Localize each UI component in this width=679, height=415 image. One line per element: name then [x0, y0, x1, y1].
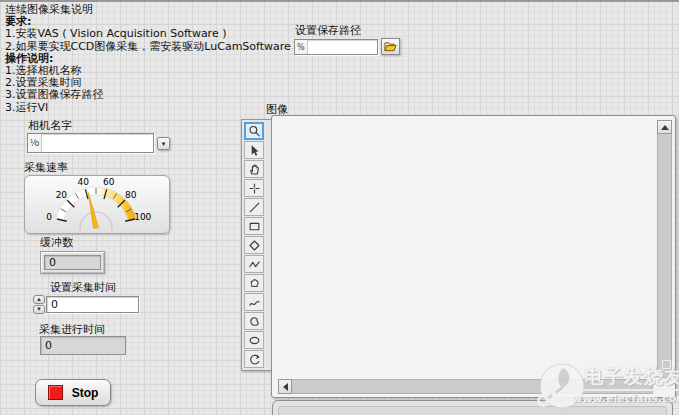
zoom-tool[interactable]	[244, 122, 264, 140]
curve-icon	[247, 295, 262, 310]
crosshair-icon	[247, 181, 262, 196]
window-top-border	[0, 0, 679, 2]
pan-tool[interactable]	[244, 160, 264, 178]
elapsed-time-value: 0	[41, 339, 52, 352]
polyline-icon	[247, 257, 262, 272]
camera-name-input[interactable]: ⅟o	[27, 133, 154, 153]
browse-folder-button[interactable]	[381, 38, 400, 55]
instruction-line: 3.运行VI	[5, 102, 291, 114]
image-tool-palette	[241, 119, 273, 371]
point-tool[interactable]	[244, 179, 264, 197]
acquisition-rate-gauge: 020406080100	[24, 175, 170, 234]
svg-text:100: 100	[134, 212, 151, 222]
path-type-icon: %	[295, 40, 308, 54]
elapsed-time-label: 采集进行时间	[39, 324, 105, 336]
vertical-scrollbar[interactable]	[657, 120, 672, 378]
acquisition-time-input[interactable]: 0	[46, 296, 139, 313]
selection-tool[interactable]	[244, 141, 264, 159]
acquisition-time-label: 设置采集时间	[50, 282, 116, 294]
svg-text:20: 20	[56, 190, 68, 200]
polygon-tool[interactable]	[244, 274, 264, 292]
partial-bottom-panel-inner	[278, 406, 667, 415]
polygon-icon	[247, 276, 262, 291]
magnifier-icon	[247, 124, 262, 139]
instruction-line: 2.如果要实现CCD图像采集，需安装驱动LuCamSoftware	[5, 41, 291, 53]
scroll-left-button[interactable]	[278, 379, 292, 394]
freehand-line-tool[interactable]	[244, 293, 264, 311]
decrement-button[interactable]: ▼	[33, 305, 45, 314]
instruction-line: 连续图像采集说明	[5, 4, 291, 16]
polyline-tool[interactable]	[244, 255, 264, 273]
buffer-count-value: 0	[45, 256, 56, 269]
gauge-svg: 020406080100	[25, 176, 167, 231]
svg-text:60: 60	[103, 177, 115, 187]
save-path-input[interactable]: %	[294, 39, 378, 55]
acquisition-time-value: 0	[47, 299, 58, 310]
camera-dropdown-button[interactable]: ▾	[157, 137, 170, 150]
ellipse-icon	[247, 333, 262, 348]
chevron-down-icon: ▾	[162, 140, 166, 148]
arrow-up-icon	[661, 125, 669, 130]
rotated-rectangle-tool[interactable]	[244, 236, 264, 254]
svg-text:80: 80	[125, 190, 137, 200]
stop-button[interactable]: Stop	[35, 379, 111, 406]
freehand-region-tool[interactable]	[244, 312, 264, 330]
image-display-area[interactable]	[271, 115, 676, 398]
open-folder-icon	[384, 41, 397, 52]
arc-arrow-icon	[247, 352, 262, 367]
rectangle-icon	[247, 219, 262, 234]
svg-text:40: 40	[78, 177, 90, 187]
io-type-icon: ⅟o	[28, 134, 42, 152]
acquisition-time-spinner: ▲ ▼	[33, 295, 45, 314]
instruction-line: 3.设置图像保存路径	[5, 89, 291, 101]
instructions-text: 连续图像采集说明要求:1.安装VAS ( Vision Acquisition …	[5, 4, 291, 114]
horizontal-scrollbar[interactable]	[278, 379, 653, 394]
line-tool[interactable]	[244, 198, 264, 216]
save-path-label: 设置保存路径	[295, 25, 361, 37]
svg-text:0: 0	[46, 212, 52, 222]
partial-bottom-panel	[272, 400, 673, 415]
line-icon	[247, 200, 262, 215]
oval-tool[interactable]	[244, 331, 264, 349]
gauge-label: 采集速率	[24, 162, 68, 174]
buffer-count-indicator: 0	[40, 251, 105, 274]
elapsed-time-indicator: 0	[40, 336, 126, 355]
closed-curve-icon	[247, 314, 262, 329]
increment-button[interactable]: ▲	[33, 295, 45, 304]
stop-button-label: Stop	[72, 386, 99, 400]
camera-name-label: 相机名字	[28, 120, 72, 132]
diamond-icon	[247, 238, 262, 253]
cursor-arrow-icon	[247, 143, 262, 158]
labview-front-panel: 连续图像采集说明要求:1.安装VAS ( Vision Acquisition …	[0, 0, 679, 415]
annulus-tool[interactable]	[244, 350, 264, 368]
instruction-line: 1.安装VAS ( Vision Acquisition Software )	[5, 28, 291, 40]
scroll-up-button[interactable]	[657, 120, 672, 134]
stop-square-icon	[48, 385, 63, 400]
arrow-left-icon	[283, 383, 288, 391]
rectangle-tool[interactable]	[244, 217, 264, 235]
buffer-count-label: 缓冲数	[40, 237, 73, 249]
hand-icon	[247, 162, 262, 177]
